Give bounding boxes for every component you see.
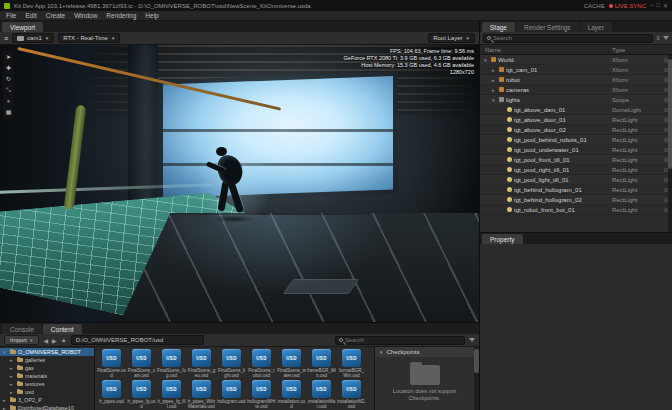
file-item[interactable]: USDhollogram.usd [217, 380, 246, 410]
stage-row[interactable]: tgt_pool_underwater_01RectLight⊙ [480, 145, 672, 155]
scale-tool-icon[interactable]: ⤡ [3, 86, 14, 95]
menu-rendering[interactable]: Rendering [106, 12, 136, 19]
expand-caret[interactable]: ▾ [492, 97, 497, 103]
import-button[interactable]: Import ▼ [4, 335, 39, 345]
live-sync-indicator[interactable]: LIVE SYNC [609, 3, 646, 9]
column-name[interactable]: Name [480, 47, 612, 53]
back-icon[interactable]: ◀ [43, 337, 48, 344]
minimize-button[interactable]: – [650, 2, 653, 9]
close-button[interactable]: ✕ [663, 2, 668, 9]
expand-caret[interactable]: ▸ [3, 397, 8, 403]
expand-caret[interactable]: ▸ [10, 365, 15, 371]
stage-row[interactable]: tgt_pool_light_till_01RectLight⊙ [480, 175, 672, 185]
tree-item-galleries[interactable]: ▸galleries [0, 356, 94, 364]
stage-row[interactable]: tgt_above_door_02RectLight⊙ [480, 125, 672, 135]
file-item[interactable]: USDformatBGR_Win.usd [337, 349, 366, 379]
file-item[interactable]: USDinstallation.usd [277, 380, 306, 410]
file-item[interactable]: USDh_pipes_WithMaterials.usd [187, 380, 216, 410]
expand-caret[interactable]: ▸ [10, 357, 15, 363]
camera-selector[interactable]: cam1 ▼ [12, 33, 54, 43]
snap-tool-icon[interactable]: ⌖ [3, 97, 14, 106]
stage-row[interactable]: tgt_robot_front_bot_01RectLight⊙ [480, 205, 672, 215]
expand-caret[interactable]: ▸ [492, 67, 497, 73]
filter-icon[interactable] [469, 338, 475, 342]
file-item[interactable]: USDinstallationM2.usd [337, 380, 366, 410]
renderer-selector[interactable]: RTX - Real-Time ▼ [58, 33, 120, 43]
viewport-scene[interactable]: ➤✚↻⤡⌖▦ FPS: 104.63, Frame time: 9.56 msG… [0, 45, 479, 322]
tree-item-o_omniverse_robot[interactable]: ▾O_OMNIVERSE_ROBOT [0, 348, 94, 356]
file-item[interactable]: USDFinalScene_robot.usd [247, 349, 276, 379]
stage-row[interactable]: tgt_above_dam_01DomeLight⊙ [480, 105, 672, 115]
expand-caret[interactable]: ▾ [3, 349, 8, 355]
stage-row[interactable]: tgt_above_door_01RectLight⊙ [480, 115, 672, 125]
file-item[interactable]: USDh_pipes.usd [97, 380, 126, 410]
stage-row[interactable]: tgt_pool_right_till_01RectLight⊙ [480, 165, 672, 175]
layer-selector[interactable]: Root Layer ▼ [428, 33, 475, 43]
grid-tool-icon[interactable]: ▦ [3, 108, 14, 117]
tab-console[interactable]: Console [2, 324, 42, 334]
tree-item-textures[interactable]: ▸textures [0, 380, 94, 388]
content-search-input[interactable] [345, 337, 461, 343]
menu-window[interactable]: Window [74, 12, 97, 19]
scrollbar-thumb[interactable] [474, 349, 479, 373]
expand-caret[interactable]: ▸ [10, 373, 15, 379]
file-item[interactable]: USDh_pipes_fg_fill.usd [157, 380, 186, 410]
tab-content[interactable]: Content [43, 324, 82, 334]
menu-file[interactable]: File [6, 12, 16, 19]
stage-scrollbar[interactable] [668, 55, 672, 232]
file-item[interactable]: USDFinalScene_water.usd [277, 349, 306, 379]
tab-viewport[interactable]: Viewport [2, 22, 43, 32]
tab-stage[interactable]: Stage [482, 22, 515, 32]
tree-item-distributeddatabase10[interactable]: ▸DistributedDatabase10 [0, 404, 94, 410]
filter-icon[interactable] [663, 36, 669, 40]
maximize-button[interactable]: □ [656, 2, 660, 9]
tree-item-materials[interactable]: ▸materials [0, 372, 94, 380]
move-tool-icon[interactable]: ✚ [3, 64, 14, 73]
stage-row[interactable]: tgt_behind_hollogram_01RectLight⊙ [480, 185, 672, 195]
tree-item-usd[interactable]: ▸usd [0, 388, 94, 396]
tab-render-settings[interactable]: Render Settings [516, 22, 579, 32]
file-item[interactable]: USDhollogramWHite.usd [247, 380, 276, 410]
stage-row[interactable]: ▾lightsScope⊙ [480, 95, 672, 105]
menu-help[interactable]: Help [145, 12, 158, 19]
scrollbar-thumb[interactable] [668, 59, 672, 169]
expand-caret[interactable]: ▸ [492, 87, 497, 93]
expand-caret[interactable]: ▸ [10, 381, 15, 387]
tab-layer[interactable]: Layer [580, 22, 612, 32]
up-icon[interactable]: ▲ [61, 337, 67, 343]
file-item[interactable]: USDh_pipes_fg.usd [127, 380, 156, 410]
tree-item-gas[interactable]: ▸gas [0, 364, 94, 372]
stage-row[interactable]: ▸tgt_cam_01Xform⊙ [480, 65, 672, 75]
stage-search-input[interactable] [493, 35, 649, 41]
file-item[interactable]: USDFinalScene.usd [97, 349, 126, 379]
cache-indicator[interactable]: CACHE [584, 3, 605, 9]
file-item[interactable]: USDFinalScene_light.usd [217, 349, 246, 379]
stage-row[interactable]: tgt_pool_front_till_01RectLight⊙ [480, 155, 672, 165]
file-item[interactable]: USDFinalScene_geo.usd [187, 349, 216, 379]
content-scrollbar[interactable] [474, 347, 479, 410]
file-item[interactable]: USDinstallationMat.usd [307, 380, 336, 410]
stage-row[interactable]: tgt_pool_behind_robots_01RectLight⊙ [480, 135, 672, 145]
stage-row[interactable]: tgt_behind_hollogram_02RectLight⊙ [480, 195, 672, 205]
breadcrumb[interactable]: D:/O_OMNIVERSE_ROBOT/usd [71, 335, 204, 345]
stage-row[interactable]: ▸camerasXform⊙ [480, 85, 672, 95]
options-icon[interactable]: ≡ [656, 35, 660, 41]
stage-row[interactable]: ▸robotXform⊙ [480, 75, 672, 85]
expand-caret[interactable]: ▸ [492, 77, 497, 83]
forward-icon[interactable]: ▶ [52, 337, 57, 344]
menu-create[interactable]: Create [46, 12, 66, 19]
menu-edit[interactable]: Edit [25, 12, 36, 19]
file-item[interactable]: USDFinalScene_fog.usd [157, 349, 186, 379]
stage-row[interactable]: ▾WorldXform⊙ [480, 55, 672, 65]
column-type[interactable]: Type [612, 47, 660, 53]
tab-property[interactable]: Property [482, 234, 523, 244]
expand-caret[interactable]: ▸ [10, 389, 15, 395]
tree-item-3_op2_p[interactable]: ▸3_OP2_P [0, 396, 94, 404]
checkpoints-header[interactable]: ▼ Checkpoints [375, 347, 474, 357]
select-tool-icon[interactable]: ➤ [3, 53, 14, 62]
viewport-menu-icon[interactable]: ≡ [4, 35, 8, 42]
file-item[interactable]: USDFinalScene_cam.usd [127, 349, 156, 379]
expand-caret[interactable]: ▾ [484, 57, 489, 63]
expand-caret[interactable]: ▸ [3, 405, 8, 410]
rotate-tool-icon[interactable]: ↻ [3, 75, 14, 84]
